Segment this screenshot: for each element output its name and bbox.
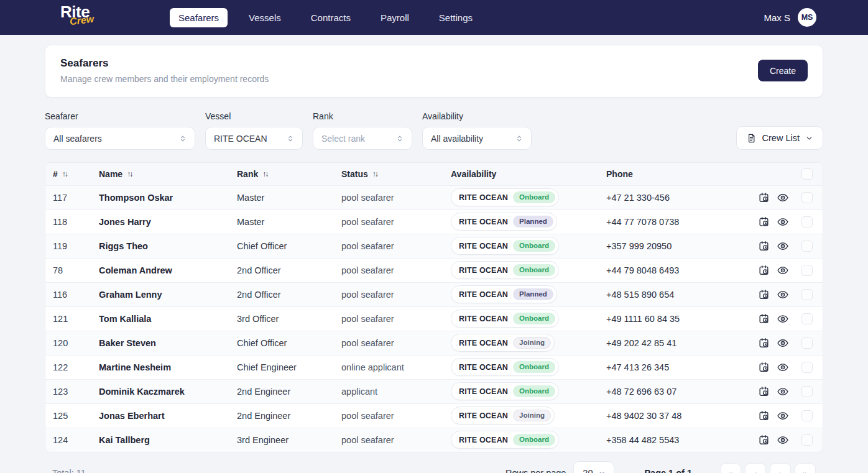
user-menu[interactable]: Max S MS xyxy=(764,8,816,27)
select-all-checkbox[interactable] xyxy=(801,168,813,180)
eye-icon[interactable] xyxy=(777,288,789,301)
create-button[interactable]: Create xyxy=(758,60,808,81)
calendar-clock-icon[interactable] xyxy=(758,191,770,203)
filter-label: Vessel xyxy=(205,111,303,121)
cell-checkbox xyxy=(801,331,823,355)
row-checkbox[interactable] xyxy=(801,289,813,300)
vessel-name: RITE OCEAN xyxy=(459,290,508,299)
availability-badge: Planned xyxy=(513,216,553,227)
cell-id: 118 xyxy=(45,209,99,234)
sort-icon[interactable]: ↑↓ xyxy=(372,170,379,178)
calendar-clock-icon[interactable] xyxy=(758,264,770,276)
cell-phone: +47 21 330-456 xyxy=(606,185,758,209)
page-title: Seafarers xyxy=(60,57,269,70)
crew-list-button[interactable]: Crew List xyxy=(736,126,823,150)
column-header-status[interactable]: Status ↑↓ xyxy=(341,169,451,179)
sort-icon[interactable]: ↑↓ xyxy=(262,170,269,178)
column-header-rank[interactable]: Rank ↑↓ xyxy=(237,169,341,179)
calendar-clock-icon[interactable] xyxy=(758,313,770,324)
column-header-id[interactable]: # ↑↓ xyxy=(53,169,99,179)
calendar-clock-icon[interactable] xyxy=(758,216,770,227)
nav-item-contracts[interactable]: Contracts xyxy=(302,8,359,27)
cell-rank: 3rd Officer xyxy=(237,306,341,331)
calendar-clock-icon[interactable] xyxy=(758,240,770,252)
column-header-phone[interactable]: Phone xyxy=(606,169,758,179)
eye-icon[interactable] xyxy=(777,240,789,252)
eye-icon[interactable] xyxy=(777,313,789,325)
sort-icon[interactable]: ↑↓ xyxy=(127,170,133,178)
vessel-name: RITE OCEAN xyxy=(459,266,508,275)
cell-rank: 2nd Engineer xyxy=(237,403,341,428)
calendar-clock-icon[interactable] xyxy=(758,337,770,349)
cell-name: Baker Steven xyxy=(99,331,237,355)
vessel-name: RITE OCEAN xyxy=(459,363,508,372)
calendar-clock-icon[interactable] xyxy=(758,385,770,397)
nav-item-vessels[interactable]: Vessels xyxy=(240,8,290,27)
availability-pill: RITE OCEAN Joining xyxy=(451,406,555,425)
seafarers-table: # ↑↓ Name ↑↓ Rank ↑↓ Status ↑↓ Availabil… xyxy=(45,163,823,452)
cell-status: applicant xyxy=(341,379,451,403)
row-checkbox[interactable] xyxy=(801,265,813,276)
rows-per-page-select[interactable]: 20 xyxy=(573,461,614,473)
cell-id: 116 xyxy=(45,282,99,306)
table-body: 117 Thompson Oskar Master pool seafarer … xyxy=(45,185,823,452)
brand-logo[interactable]: Rite Crew xyxy=(60,4,100,31)
nav-item-settings[interactable]: Settings xyxy=(430,8,481,27)
next-page-button[interactable]: › xyxy=(770,463,791,473)
nav-item-payroll[interactable]: Payroll xyxy=(372,8,418,27)
row-checkbox[interactable] xyxy=(801,338,813,349)
row-checkbox[interactable] xyxy=(801,216,813,227)
row-checkbox[interactable] xyxy=(801,241,813,252)
row-checkbox[interactable] xyxy=(801,410,813,421)
eye-icon[interactable] xyxy=(777,216,789,228)
cell-status: pool seafarer xyxy=(341,282,451,306)
eye-icon[interactable] xyxy=(777,385,789,398)
eye-icon[interactable] xyxy=(777,191,789,204)
availability-pill: RITE OCEAN Onboard xyxy=(451,431,559,449)
cell-checkbox xyxy=(801,185,823,209)
filter: Seafarer All seafarers xyxy=(45,111,195,150)
rows-per-page-value: 20 xyxy=(583,468,593,473)
page-subtitle: Manage crew members and their employment… xyxy=(60,74,269,84)
filter: Availability All availability xyxy=(422,111,532,150)
calendar-clock-icon[interactable] xyxy=(758,361,770,373)
calendar-clock-icon[interactable] xyxy=(758,410,770,421)
cell-name: Coleman Andrew xyxy=(99,258,237,282)
first-page-button[interactable]: « xyxy=(720,463,741,473)
chevrons-up-down-icon xyxy=(178,134,187,143)
filter-select-seafarer[interactable]: All seafarers xyxy=(45,127,195,150)
filter-select-availability[interactable]: All availability xyxy=(422,127,532,150)
calendar-clock-icon[interactable] xyxy=(758,434,770,446)
cell-availability: RITE OCEAN Onboard xyxy=(451,428,606,452)
column-header-availability[interactable]: Availability xyxy=(451,169,606,179)
cell-checkbox xyxy=(801,379,823,403)
sort-icon[interactable]: ↑↓ xyxy=(62,170,68,178)
eye-icon[interactable] xyxy=(777,410,789,422)
row-checkbox[interactable] xyxy=(801,313,813,324)
column-header-name[interactable]: Name ↑↓ xyxy=(99,169,237,179)
eye-icon[interactable] xyxy=(777,361,789,374)
filter-select-vessel[interactable]: RITE OCEAN xyxy=(205,127,303,150)
avatar[interactable]: MS xyxy=(798,8,816,27)
availability-badge: Onboard xyxy=(513,191,555,203)
nav-item-seafarers[interactable]: Seafarers xyxy=(170,8,228,27)
availability-badge: Joining xyxy=(513,410,551,421)
cell-phone: +48 9402 30 37 48 xyxy=(606,403,758,428)
row-checkbox[interactable] xyxy=(801,192,813,203)
row-checkbox[interactable] xyxy=(801,386,813,397)
cell-actions xyxy=(758,209,801,234)
cell-actions xyxy=(758,428,801,452)
table-row: 122 Martine Nesheim Chief Engineer onlin… xyxy=(45,355,823,379)
calendar-clock-icon[interactable] xyxy=(758,288,770,300)
filter-select-rank[interactable]: Select rank xyxy=(313,127,412,150)
cell-availability: RITE OCEAN Joining xyxy=(451,331,606,355)
cell-rank: Master xyxy=(237,209,341,234)
vessel-name: RITE OCEAN xyxy=(459,193,508,202)
row-checkbox[interactable] xyxy=(801,362,813,373)
prev-page-button[interactable]: ‹ xyxy=(745,463,766,473)
row-checkbox[interactable] xyxy=(801,434,813,446)
eye-icon[interactable] xyxy=(777,264,789,277)
eye-icon[interactable] xyxy=(777,337,789,349)
eye-icon[interactable] xyxy=(777,434,789,446)
last-page-button[interactable]: » xyxy=(795,463,816,473)
